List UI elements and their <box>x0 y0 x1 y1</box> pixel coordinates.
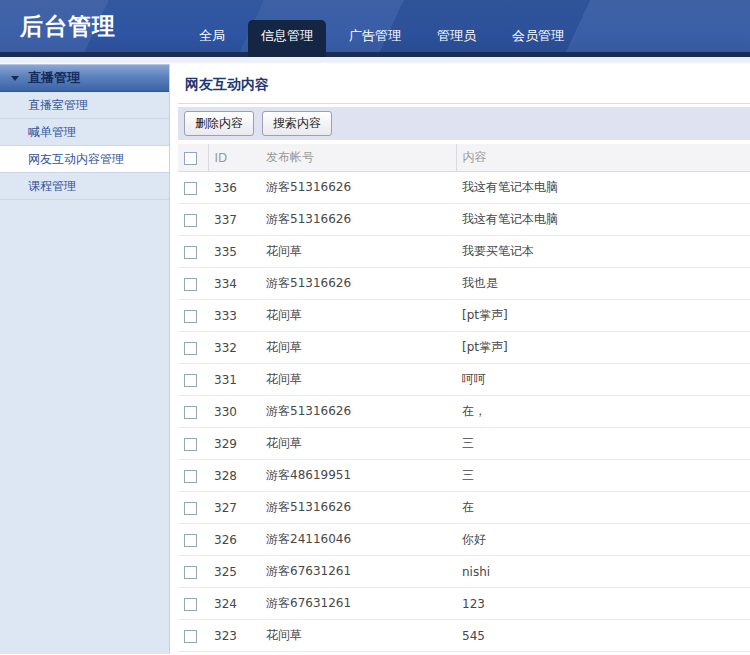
row-checkbox[interactable] <box>184 342 197 355</box>
sidebar-item-label: 直播室管理 <box>28 98 88 112</box>
table-row: 331 花间草 呵呵 <box>178 364 750 396</box>
top-header: 后台管理 全局 信息管理 广告管理 管理员 会员管理 <box>0 0 750 57</box>
row-id: 331 <box>208 364 260 396</box>
nav-tab[interactable]: 广告管理 <box>336 20 414 52</box>
nav-tab-label: 全局 <box>199 28 225 43</box>
row-checkbox[interactable] <box>184 534 197 547</box>
row-account: 游客67631261 <box>260 588 456 620</box>
row-content: nishi <box>456 556 750 588</box>
row-checkbox[interactable] <box>184 438 197 451</box>
row-id: 335 <box>208 236 260 268</box>
row-id: 324 <box>208 588 260 620</box>
sidebar-group-live-management[interactable]: 直播管理 <box>0 64 169 92</box>
column-header-content: 内容 <box>456 144 750 172</box>
row-id: 332 <box>208 332 260 364</box>
row-id: 336 <box>208 172 260 204</box>
row-checkbox[interactable] <box>184 214 197 227</box>
row-id: 322 <box>208 652 260 655</box>
row-content: 我这有笔记本电脑 <box>456 204 750 236</box>
table-row: 332 花间草 [pt掌声] <box>178 332 750 364</box>
row-checkbox[interactable] <box>184 246 197 259</box>
row-account: 游客51316626 <box>260 204 456 236</box>
table-row: 334 游客51316626 我也是 <box>178 268 750 300</box>
row-account: 花间草 <box>260 332 456 364</box>
row-checkbox[interactable] <box>184 374 197 387</box>
row-content: 你好 <box>456 524 750 556</box>
row-content: 我也是 <box>456 268 750 300</box>
row-id: 330 <box>208 396 260 428</box>
table-row: 326 游客24116046 你好 <box>178 524 750 556</box>
table-row: 337 游客51316626 我这有笔记本电脑 <box>178 204 750 236</box>
nav-tab[interactable]: 信息管理 <box>248 20 326 57</box>
table-row: 336 游客51316626 我这有笔记本电脑 <box>178 172 750 204</box>
triangle-down-icon <box>11 76 19 81</box>
row-content: 我这有笔记本电脑 <box>456 172 750 204</box>
row-content: 123 <box>456 588 750 620</box>
row-content: [pt掌声] <box>456 332 750 364</box>
search-content-button[interactable]: 搜索内容 <box>262 111 332 136</box>
table-row: 327 游客51316626 在 <box>178 492 750 524</box>
table-header-row: ID 发布帐号 内容 <box>178 144 750 172</box>
row-content: 在 <box>456 492 750 524</box>
column-header-id: ID <box>208 144 260 172</box>
row-account: 花间草 <box>260 300 456 332</box>
sidebar-item[interactable]: 课程管理 <box>0 173 169 200</box>
row-id: 333 <box>208 300 260 332</box>
row-account: 花间草 <box>260 652 456 655</box>
row-content: 家伙 <box>456 652 750 655</box>
row-checkbox[interactable] <box>184 278 197 291</box>
sub-header-band <box>0 57 750 64</box>
sidebar-item-label: 喊单管理 <box>28 125 76 139</box>
row-content: 545 <box>456 620 750 652</box>
row-account: 游客51316626 <box>260 396 456 428</box>
row-account: 花间草 <box>260 428 456 460</box>
nav-tab[interactable]: 全局 <box>186 20 238 52</box>
sidebar-item[interactable]: 喊单管理 <box>0 119 169 146</box>
table-row: 335 花间草 我要买笔记本 <box>178 236 750 268</box>
row-account: 花间草 <box>260 364 456 396</box>
row-account: 游客48619951 <box>260 460 456 492</box>
row-checkbox[interactable] <box>184 470 197 483</box>
table-row: 330 游客51316626 在， <box>178 396 750 428</box>
sidebar-item-label: 网友互动内容管理 <box>28 152 124 166</box>
toolbar: 删除内容 搜索内容 <box>178 107 750 140</box>
main-content: 网友互动内容 删除内容 搜索内容 ID 发布帐号 内容 336 游客513166… <box>170 64 750 654</box>
row-id: 325 <box>208 556 260 588</box>
nav-tab-label: 广告管理 <box>349 28 401 43</box>
nav-tab[interactable]: 会员管理 <box>499 20 577 52</box>
row-content: 在， <box>456 396 750 428</box>
content-table: ID 发布帐号 内容 336 游客51316626 我这有笔记本电脑 337 游… <box>178 144 750 654</box>
row-checkbox[interactable] <box>184 406 197 419</box>
table-row: 328 游客48619951 三 <box>178 460 750 492</box>
row-account: 游客51316626 <box>260 492 456 524</box>
nav-tab-label: 信息管理 <box>261 28 313 43</box>
row-account: 花间草 <box>260 620 456 652</box>
row-account: 游客67631261 <box>260 556 456 588</box>
nav-tabs: 全局 信息管理 广告管理 管理员 会员管理 <box>186 20 577 57</box>
sidebar-item[interactable]: 网友互动内容管理 <box>0 146 169 173</box>
row-checkbox[interactable] <box>184 566 197 579</box>
row-account: 花间草 <box>260 236 456 268</box>
row-checkbox[interactable] <box>184 310 197 323</box>
column-header-account: 发布帐号 <box>260 144 456 172</box>
row-content: 三 <box>456 460 750 492</box>
row-checkbox[interactable] <box>184 630 197 643</box>
select-all-checkbox[interactable] <box>184 152 197 165</box>
row-checkbox[interactable] <box>184 182 197 195</box>
row-account: 游客51316626 <box>260 268 456 300</box>
row-content: 三 <box>456 428 750 460</box>
sidebar-item[interactable]: 直播室管理 <box>0 92 169 119</box>
table-body: 336 游客51316626 我这有笔记本电脑 337 游客51316626 我… <box>178 172 750 655</box>
nav-tab-label: 管理员 <box>437 28 476 43</box>
row-content: 我要买笔记本 <box>456 236 750 268</box>
row-checkbox[interactable] <box>184 502 197 515</box>
row-checkbox[interactable] <box>184 598 197 611</box>
app-title: 后台管理 <box>20 11 116 42</box>
delete-content-button[interactable]: 删除内容 <box>184 111 254 136</box>
table-row: 322 花间草 家伙 <box>178 652 750 655</box>
nav-tab[interactable]: 管理员 <box>424 20 489 52</box>
sidebar: 直播管理 直播室管理 喊单管理 网友互动内容管理 课程管理 <box>0 64 170 654</box>
sidebar-group-label: 直播管理 <box>28 69 80 87</box>
row-id: 329 <box>208 428 260 460</box>
page-body: 直播管理 直播室管理 喊单管理 网友互动内容管理 课程管理 网友互动内容 删除内… <box>0 64 750 654</box>
